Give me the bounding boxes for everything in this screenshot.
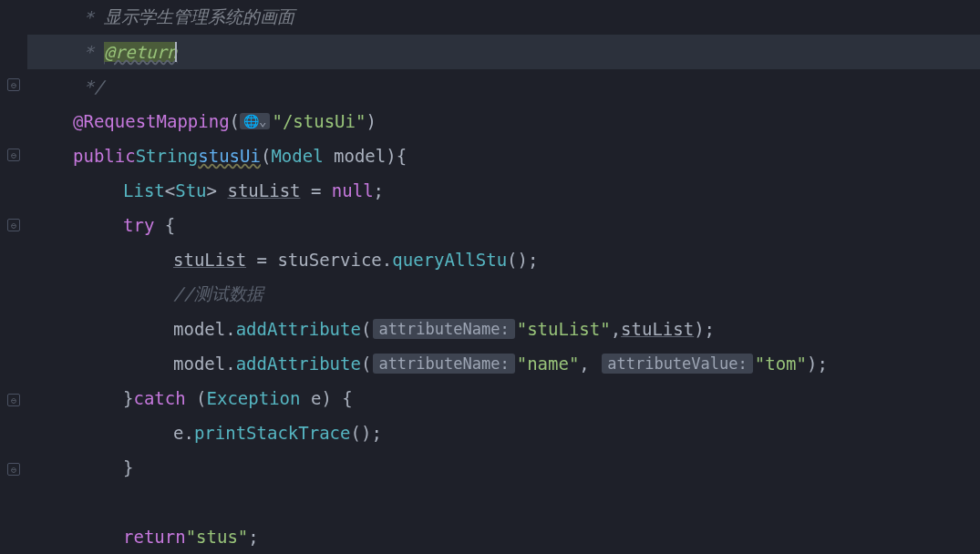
code-line[interactable]: model.addAttribute( attributeName: "stuL… — [27, 312, 980, 346]
annotation: @RequestMapping — [73, 111, 230, 131]
string-literal: "stuList" — [517, 319, 611, 339]
doc-star: * — [73, 42, 104, 62]
code-line[interactable]: model.addAttribute( attributeName: "name… — [27, 346, 980, 381]
paren: ( — [361, 354, 371, 374]
globe-icon[interactable]: 🌐⌄ — [240, 113, 270, 129]
code-line[interactable]: @RequestMapping(🌐⌄"/stusUi") — [27, 104, 980, 138]
paren: ) — [386, 146, 396, 166]
code-line[interactable]: e.printStackTrace(); — [27, 416, 980, 450]
param-hint: attributeName: — [373, 319, 514, 339]
close: ); — [694, 319, 715, 339]
paren: ( — [186, 388, 207, 408]
paren: ( — [361, 319, 371, 339]
type-string: String — [136, 146, 199, 166]
code-line[interactable]: stuList = stuService.queryAllStu(); — [27, 242, 980, 277]
keyword-return: return — [123, 527, 186, 547]
call: (); — [351, 423, 382, 443]
param-hint: attributeName: — [373, 354, 514, 374]
var-service: stuService — [277, 250, 381, 270]
comma: , — [611, 319, 621, 339]
method-call: printStackTrace — [194, 423, 351, 443]
doc-return-tag: @return — [104, 42, 177, 62]
code-line[interactable]: } catch (Exception e) { — [27, 381, 980, 416]
code-line[interactable]: return "stus"; — [27, 519, 980, 554]
var-model: model — [173, 319, 225, 339]
var-e: e — [173, 423, 183, 443]
string-literal: "stus" — [186, 527, 249, 547]
caret — [175, 42, 177, 62]
brace: { — [154, 215, 175, 235]
type-list: List — [123, 180, 165, 200]
type-model: Model — [271, 146, 323, 166]
doc-text: 显示学生管理系统的画面 — [104, 5, 294, 29]
method-call: addAttribute — [236, 319, 361, 339]
method-call: addAttribute — [236, 354, 361, 374]
code-line[interactable]: public String stusUi(Model model){ — [27, 138, 980, 173]
eq: = — [246, 250, 277, 270]
eq: = — [301, 180, 332, 200]
var-e: e — [301, 388, 322, 408]
semi: ; — [374, 180, 384, 200]
call: (); — [507, 250, 538, 270]
doc-star: * — [73, 7, 104, 27]
method-call: queryAllStu — [392, 250, 507, 270]
dot: . — [225, 319, 235, 339]
angle: < — [165, 180, 175, 200]
code-line[interactable]: List<Stu> stuList = null; — [27, 173, 980, 208]
paren: ( — [230, 111, 240, 131]
var-stulist: stuList — [621, 319, 694, 339]
string-literal: "name" — [517, 354, 580, 374]
paren: ) — [366, 111, 376, 131]
fold-icon[interactable]: ⊖ — [7, 219, 20, 231]
code-line[interactable]: //测试数据 — [27, 277, 980, 312]
angle: > — [207, 180, 228, 200]
code-line[interactable]: */ — [27, 69, 980, 104]
fold-icon[interactable]: ⊖ — [7, 463, 20, 476]
code-line[interactable]: try { — [27, 208, 980, 242]
line-comment: //测试数据 — [173, 282, 263, 306]
brace: { — [397, 146, 407, 166]
method-name: stusUi — [198, 146, 261, 166]
type-stu: Stu — [175, 180, 206, 200]
null-keyword: null — [332, 180, 374, 200]
doc-close: */ — [73, 77, 104, 97]
dot: . — [225, 354, 235, 374]
string-literal: "tom" — [755, 354, 807, 374]
semi: ; — [248, 527, 258, 547]
close-brace: ) { — [321, 388, 352, 408]
fold-icon[interactable]: ⊖ — [7, 149, 20, 161]
keyword-public: public — [73, 146, 136, 166]
code-line-empty[interactable] — [27, 485, 980, 519]
code-line[interactable]: } — [27, 450, 980, 485]
keyword-try: try — [123, 215, 154, 235]
var-model: model — [173, 354, 225, 374]
fold-icon[interactable]: ⊖ — [7, 78, 20, 91]
code-line-current[interactable]: * @return — [27, 35, 980, 69]
var-stulist: stuList — [173, 250, 246, 270]
comma: , — [579, 354, 600, 374]
code-line[interactable]: * 显示学生管理系统的画面 — [27, 0, 980, 35]
type-exception: Exception — [207, 388, 301, 408]
keyword-catch: catch — [133, 388, 185, 408]
dot: . — [183, 423, 193, 443]
param: model — [324, 146, 387, 166]
fold-icon[interactable]: ⊖ — [7, 394, 20, 406]
dot: . — [382, 250, 392, 270]
string-literal: "/stusUi" — [272, 111, 366, 131]
gutter: ⊖ ⊖ ⊖ ⊖ ⊖ — [0, 0, 27, 554]
close: ); — [807, 354, 828, 374]
var-stulist: stuList — [227, 180, 300, 200]
brace: } — [123, 388, 133, 408]
paren: ( — [261, 146, 271, 166]
brace: } — [123, 457, 133, 477]
code-editor[interactable]: * 显示学生管理系统的画面 * @return */ @RequestMappi… — [27, 0, 980, 554]
param-hint: attributeValue: — [602, 354, 753, 374]
